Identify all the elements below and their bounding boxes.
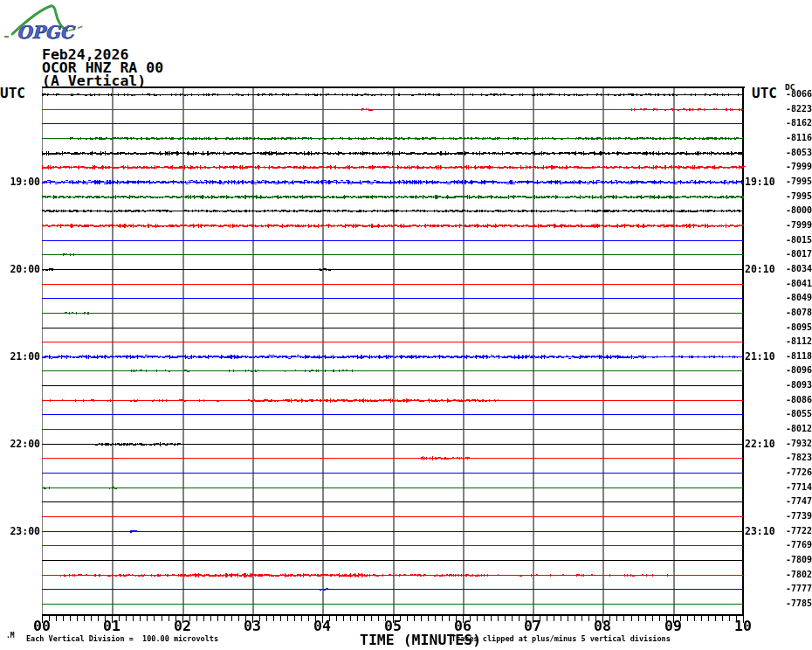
dc-value: -8096 [780,365,812,375]
scale-note: Each Vertical Division = 100.00 microvol… [26,634,218,643]
hour-label-right: 23:10 [745,525,785,537]
x-tick-label: 07 [515,618,550,634]
dc-value: -8086 [780,395,812,405]
dc-value: -8223 [780,104,812,114]
dc-value: -8162 [780,118,812,128]
hour-label-left: 22:00 [0,438,40,450]
dc-value: -7823 [780,453,812,462]
hour-label-right: 22:10 [745,438,785,450]
hour-label-right: 21:10 [745,350,785,363]
hour-label-left: 23:00 [0,525,40,537]
dc-value: -8066 [780,89,812,99]
x-tick-label: 00 [24,618,59,634]
dc-value: -7777 [780,584,812,593]
dc-value: -7809 [780,555,812,564]
dc-value: -8049 [780,293,812,302]
hour-label-right: 19:10 [745,176,785,188]
dc-value: -7999 [780,162,812,171]
dc-value: -7739 [780,511,812,521]
clip-note: Traces clipped at plus/minus 5 vertical … [451,634,671,643]
hour-label-right: 20:10 [745,263,785,275]
dc-value: -8116 [780,133,812,142]
hour-label-left: 19:00 [0,176,40,188]
dc-value: -7747 [780,496,812,506]
dc-value: -8012 [780,424,812,433]
dc-value: -8053 [780,148,812,157]
heliplot-page: OPGC Feb24,2026 OCOR HNZ RA 00 (A Vertic… [0,0,812,650]
dc-value: -7714 [780,482,812,492]
dc-value: -8095 [780,322,812,332]
x-tick-label: 10 [726,618,760,634]
dc-value: -8015 [780,235,812,245]
dc-value: -8017 [780,249,812,259]
x-tick-label: 04 [305,618,340,634]
x-tick-label: 02 [165,618,200,634]
dc-value: -7995 [780,191,812,201]
dc-value: -7999 [780,220,812,230]
x-tick-label: 03 [235,618,270,634]
x-tick-label: 09 [656,618,691,634]
dc-value: -7769 [780,540,812,550]
hour-label-left: 21:00 [0,350,40,363]
dc-value: -8078 [780,308,812,317]
dc-value: -8055 [780,409,812,418]
x-tick-label: 08 [585,618,620,634]
hour-label-left: 20:00 [0,263,40,275]
dc-value: -8093 [780,380,812,390]
x-tick-label: 01 [94,618,129,634]
corner-glyph: .M [6,632,15,640]
dc-value: -7726 [780,467,812,477]
dc-value: -8000 [780,205,812,215]
dc-value: -7802 [780,570,812,579]
dc-value: -8041 [780,279,812,288]
helicorder-plot [0,0,812,650]
dc-value: -7785 [780,598,812,608]
dc-value: -8112 [780,336,812,346]
